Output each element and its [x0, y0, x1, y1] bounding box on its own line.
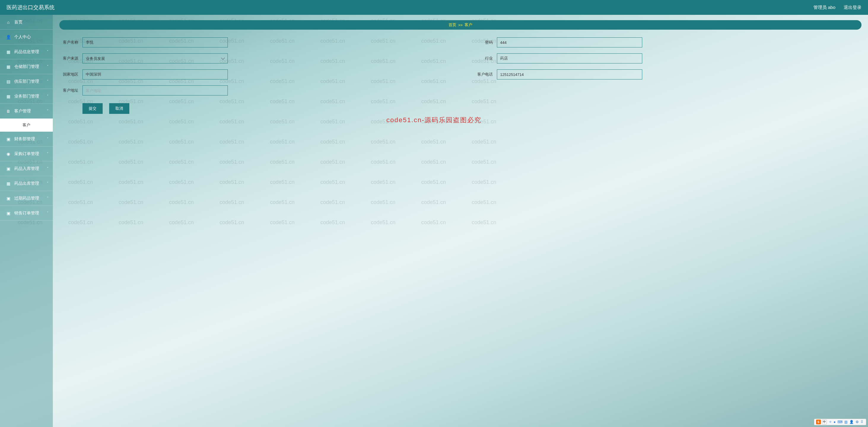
- ime-icon[interactable]: ▥: [844, 420, 847, 424]
- sidebar-nav: ⌂首页👤个人中心▦药品信息管理˅▦仓储部门管理˅▤供应部门管理˅▦业务部门管理˅…: [0, 15, 53, 427]
- sidebar-item-label: 仓储部门管理: [14, 64, 39, 69]
- sidebar-icon: ▦: [6, 181, 11, 186]
- topbar-right: 管理员 abo 退出登录: [813, 5, 862, 10]
- cancel-button[interactable]: 取消: [109, 103, 129, 114]
- chevron-down-icon: ˅: [47, 65, 49, 68]
- select-source-wrap[interactable]: 业务员发展: [83, 53, 228, 63]
- ime-icon[interactable]: ⠿: [861, 420, 863, 424]
- sidebar-item-3[interactable]: ▦仓储部门管理˅: [0, 59, 53, 74]
- sidebar-item-label: 过期药品管理: [14, 196, 39, 201]
- sidebar-icon: ◉: [6, 152, 11, 156]
- chevron-down-icon: ˅: [47, 182, 49, 185]
- sidebar-item-label: 客户管理: [14, 108, 31, 114]
- breadcrumb: 首页 >> 客户: [59, 20, 862, 30]
- input-region[interactable]: [83, 69, 228, 79]
- chevron-down-icon: ˅: [47, 211, 49, 215]
- sidebar-icon: ▦: [6, 94, 11, 99]
- sidebar-item-1[interactable]: 👤个人中心: [0, 30, 53, 44]
- sidebar-icon: ▣: [6, 137, 11, 141]
- sidebar-item-12[interactable]: ▣销售订单管理˅: [0, 206, 53, 221]
- select-source[interactable]: 业务员发展: [83, 53, 228, 63]
- label-customer-name: 客户名称: [59, 40, 78, 45]
- input-address[interactable]: [83, 86, 228, 96]
- chevron-down-icon: ˅: [47, 109, 49, 113]
- sidebar-icon: 🗎: [6, 109, 11, 113]
- chevron-down-icon: ˅: [47, 79, 49, 83]
- sidebar-item-label: 财务部管理: [14, 136, 35, 142]
- sidebar-item-0[interactable]: ⌂首页: [0, 15, 53, 30]
- sidebar-item-label: 个人中心: [14, 34, 31, 40]
- input-industry[interactable]: [497, 53, 642, 63]
- ime-icon[interactable]: ⚙: [856, 420, 859, 424]
- sidebar-item-label: 药品信息管理: [14, 49, 39, 55]
- label-password: 密码: [474, 40, 493, 45]
- ime-icon[interactable]: ✧: [829, 420, 832, 424]
- sidebar-item-10[interactable]: ▦药品出库管理˅: [0, 176, 53, 191]
- sidebar-item-label: 销售订单管理: [14, 210, 39, 216]
- sidebar-item-9[interactable]: ▣药品入库管理˅: [0, 161, 53, 176]
- sidebar-icon: ▦: [6, 50, 11, 54]
- input-phone[interactable]: [497, 69, 642, 79]
- sidebar-icon: ▣: [6, 166, 11, 171]
- chevron-down-icon: ˅: [47, 167, 49, 170]
- sidebar-item-label: 供应部门管理: [14, 79, 39, 84]
- label-region: 国家地区: [59, 72, 78, 77]
- ime-icon[interactable]: 👤: [849, 420, 854, 424]
- sidebar-icon: ▣: [6, 196, 11, 201]
- sidebar-item-4[interactable]: ▤供应部门管理˅: [0, 74, 53, 89]
- top-header: 医药进出口交易系统 管理员 abo 退出登录: [0, 0, 868, 15]
- label-source: 客户来源: [59, 56, 78, 61]
- ime-lang-icon[interactable]: 中: [822, 420, 827, 424]
- ime-icon[interactable]: ●: [834, 420, 836, 424]
- breadcrumb-sep: >>: [458, 23, 463, 27]
- chevron-down-icon: ˅: [47, 137, 49, 141]
- customer-form: 客户名称 密码 客户来源 业务员发展: [59, 37, 862, 114]
- sidebar-item-label: 药品出库管理: [14, 181, 39, 186]
- app-title: 医药进出口交易系统: [6, 4, 55, 11]
- label-phone: 客户电话: [474, 72, 493, 77]
- sidebar-item-5[interactable]: ▦业务部门管理˅: [0, 89, 53, 104]
- submit-button[interactable]: 提交: [83, 103, 103, 114]
- sidebar-icon: ▣: [6, 211, 11, 216]
- sidebar-item-label: 业务部门管理: [14, 94, 39, 99]
- sidebar-icon: ▤: [6, 79, 11, 84]
- ime-status-bar[interactable]: S 中 ✧●⌨▥👤⚙⠿: [814, 419, 866, 425]
- label-industry: 行业: [474, 56, 493, 61]
- ime-icon[interactable]: ⌨: [837, 420, 842, 424]
- breadcrumb-current: 客户: [465, 22, 472, 28]
- sidebar-item-2[interactable]: ▦药品信息管理˅: [0, 44, 53, 59]
- logout-link[interactable]: 退出登录: [844, 5, 862, 10]
- user-label[interactable]: 管理员 abo: [813, 5, 835, 10]
- sidebar-icon: ⌂: [6, 20, 11, 25]
- chevron-down-icon: ˅: [47, 196, 49, 200]
- sidebar-item-7[interactable]: ▣财务部管理˅: [0, 132, 53, 146]
- sidebar-icon: ▦: [6, 64, 11, 69]
- label-address: 客户地址: [59, 88, 78, 93]
- ime-s-icon[interactable]: S: [816, 420, 821, 424]
- chevron-down-icon: ˅: [47, 50, 49, 54]
- chevron-down-icon: ˅: [47, 152, 49, 156]
- chevron-down-icon: ˅: [47, 94, 49, 98]
- input-password[interactable]: [497, 37, 642, 47]
- sidebar-item-label: 药品入库管理: [14, 166, 39, 171]
- sidebar-icon: 👤: [6, 35, 11, 39]
- sidebar-item-label: 首页: [14, 20, 23, 25]
- sidebar-item-6[interactable]: 🗎客户管理˅: [0, 104, 53, 119]
- breadcrumb-home[interactable]: 首页: [448, 22, 456, 28]
- sidebar-item-label: 采购订单管理: [14, 151, 39, 157]
- main-content: 首页 >> 客户 客户名称 密码 客户来源: [53, 15, 868, 427]
- sidebar-item-11[interactable]: ▣过期药品管理˅: [0, 191, 53, 206]
- sidebar-subitem-customer[interactable]: 客户: [0, 119, 53, 132]
- sidebar-item-8[interactable]: ◉采购订单管理˅: [0, 146, 53, 161]
- input-customer-name[interactable]: [83, 37, 228, 47]
